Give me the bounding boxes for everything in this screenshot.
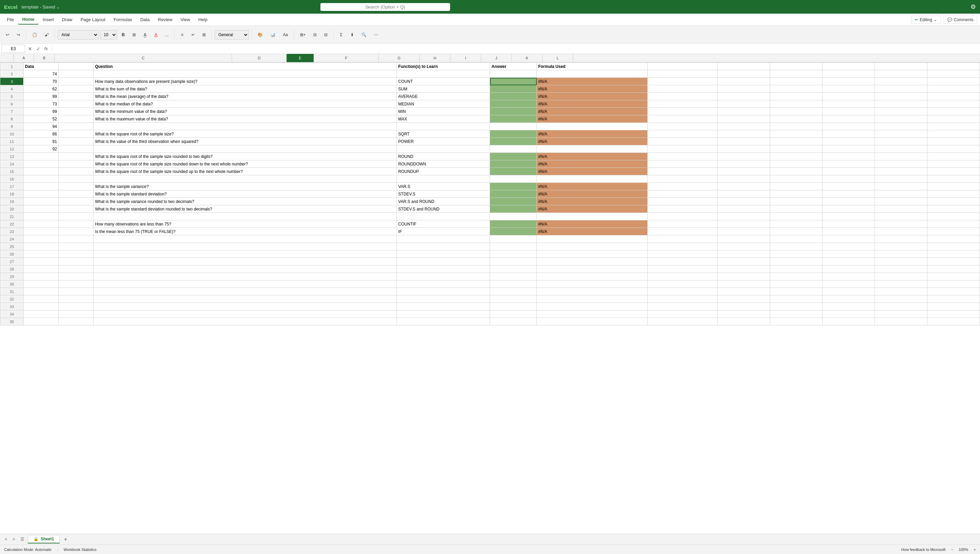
cell-b[interactable] <box>58 266 94 273</box>
cell-empty[interactable] <box>647 243 717 250</box>
cell-e[interactable] <box>490 145 537 153</box>
cell-e[interactable] <box>490 108 537 115</box>
cell-a[interactable] <box>24 318 59 325</box>
cell-empty[interactable] <box>647 280 717 288</box>
cell-a[interactable] <box>24 250 59 258</box>
cell-empty[interactable] <box>717 63 770 70</box>
menu-item-file[interactable]: File <box>3 15 18 24</box>
cell-e[interactable] <box>490 318 537 325</box>
cell-empty[interactable] <box>927 258 980 266</box>
cell-e[interactable] <box>490 85 537 93</box>
cell-a[interactable] <box>24 243 59 250</box>
cell-b[interactable] <box>58 63 94 70</box>
cell-empty[interactable] <box>647 138 717 145</box>
cell-empty[interactable] <box>927 295 980 303</box>
cell-empty[interactable] <box>647 310 717 318</box>
cell-empty[interactable] <box>927 70 980 78</box>
menu-item-review[interactable]: Review <box>154 15 177 24</box>
cell-c[interactable] <box>94 70 397 78</box>
cell-a[interactable]: 73 <box>24 100 59 108</box>
col-header-l[interactable]: L <box>543 54 573 62</box>
cell-empty[interactable] <box>717 198 770 205</box>
cell-empty[interactable] <box>770 153 822 160</box>
cell-empty[interactable] <box>770 258 822 266</box>
cell-a[interactable] <box>24 213 59 220</box>
cell-empty[interactable] <box>647 78 717 85</box>
cell-empty[interactable] <box>822 153 875 160</box>
cell-empty[interactable] <box>822 138 875 145</box>
cell-empty[interactable] <box>822 243 875 250</box>
cell-f[interactable] <box>537 243 648 250</box>
cell-e[interactable] <box>490 100 537 108</box>
cell-f[interactable]: #N/A <box>537 138 648 145</box>
col-header-e[interactable]: E <box>287 54 314 62</box>
col-header-b[interactable]: B <box>34 54 54 62</box>
cell-empty[interactable] <box>822 198 875 205</box>
cell-e[interactable] <box>490 78 537 85</box>
cell-empty[interactable] <box>717 115 770 123</box>
cell-empty[interactable] <box>770 190 822 198</box>
find-button[interactable]: 🔍 <box>358 29 370 41</box>
cell-b[interactable] <box>58 190 94 198</box>
cell-f[interactable] <box>537 258 648 266</box>
menu-item-pagelayout[interactable]: Page Layout <box>76 15 110 24</box>
cell-a[interactable] <box>24 198 59 205</box>
cell-empty[interactable] <box>927 123 980 130</box>
cell-f[interactable] <box>537 123 648 130</box>
cell-d[interactable]: MIN <box>397 108 490 115</box>
cell-empty[interactable] <box>927 228 980 236</box>
cell-empty[interactable] <box>717 168 770 175</box>
cell-empty[interactable] <box>875 220 927 228</box>
cell-empty[interactable] <box>875 63 927 70</box>
cell-empty[interactable] <box>717 250 770 258</box>
insert-cells-button[interactable]: ⊞+ <box>297 29 309 41</box>
cell-b[interactable] <box>58 93 94 100</box>
cell-b[interactable] <box>58 168 94 175</box>
cell-empty[interactable] <box>927 153 980 160</box>
cell-empty[interactable] <box>927 100 980 108</box>
cell-f[interactable] <box>537 175 648 183</box>
cell-c[interactable]: What is the minimum value of the data? <box>94 108 397 115</box>
cell-c[interactable]: What is the sum of the data? <box>94 85 397 93</box>
cell-f[interactable] <box>537 266 648 273</box>
cell-e[interactable] <box>490 236 537 243</box>
cell-d[interactable]: AVERAGE <box>397 93 490 100</box>
cell-empty[interactable] <box>770 168 822 175</box>
editing-button[interactable]: ✏ Editing ⌄ <box>911 16 941 24</box>
nav-prev-button[interactable]: < <box>3 536 9 543</box>
cell-empty[interactable] <box>822 63 875 70</box>
cell-f[interactable] <box>537 288 648 295</box>
cell-b[interactable] <box>58 243 94 250</box>
cell-empty[interactable] <box>822 175 875 183</box>
cell-empty[interactable] <box>927 160 980 168</box>
cell-c[interactable]: What is the sample variance? <box>94 183 397 190</box>
cell-empty[interactable] <box>770 250 822 258</box>
formula-input[interactable] <box>55 46 978 52</box>
menu-item-insert[interactable]: Insert <box>38 15 58 24</box>
cell-e[interactable] <box>490 310 537 318</box>
font-size-select[interactable]: 10 11 12 14 <box>100 30 117 40</box>
fx-icon[interactable]: fx <box>43 46 49 51</box>
cell-b[interactable] <box>58 280 94 288</box>
cell-empty[interactable] <box>770 236 822 243</box>
cell-c[interactable] <box>94 266 397 273</box>
cell-empty[interactable] <box>875 85 927 93</box>
cell-empty[interactable] <box>875 295 927 303</box>
cell-d[interactable] <box>397 280 490 288</box>
cell-f[interactable]: #N/A <box>537 190 648 198</box>
cell-empty[interactable] <box>875 145 927 153</box>
menu-item-view[interactable]: View <box>177 15 194 24</box>
cell-c[interactable]: What is the square root of the sample si… <box>94 168 397 175</box>
cell-c[interactable]: What is the square root of the sample si… <box>94 130 397 138</box>
cell-f[interactable] <box>537 250 648 258</box>
cell-empty[interactable] <box>647 130 717 138</box>
cell-b[interactable] <box>58 295 94 303</box>
cell-c[interactable]: What is the sample standard deviation? <box>94 190 397 198</box>
cell-empty[interactable] <box>875 100 927 108</box>
cell-c[interactable]: What is the median of the data? <box>94 100 397 108</box>
cell-b[interactable] <box>58 273 94 280</box>
borders-button[interactable]: ⊞ <box>129 29 139 41</box>
cell-empty[interactable] <box>717 288 770 295</box>
cell-empty[interactable] <box>875 198 927 205</box>
cell-c[interactable]: What is the value of the third observati… <box>94 138 397 145</box>
